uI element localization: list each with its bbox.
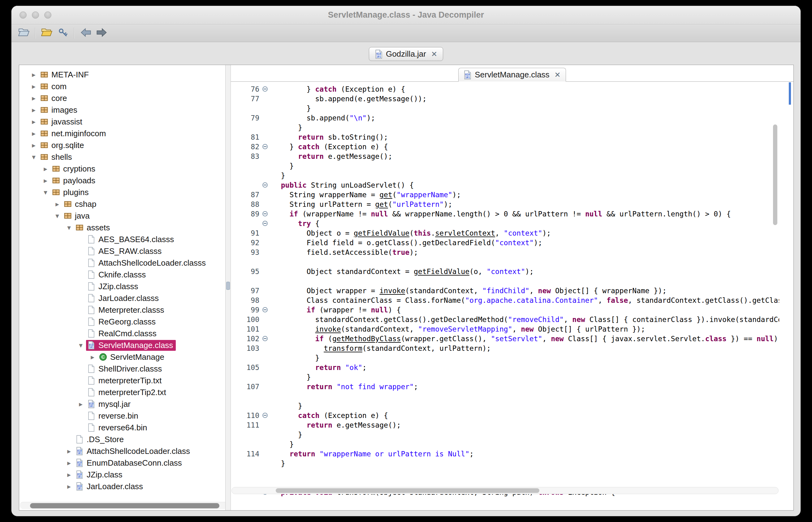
fold-collapse-icon[interactable] bbox=[263, 307, 268, 313]
expander-collapsed-icon[interactable]: ▸ bbox=[28, 82, 39, 91]
tree-item-servletmanage-class[interactable]: ▾010101ServletManage.class bbox=[19, 339, 225, 351]
code-text: } bbox=[270, 440, 294, 448]
tree-item-meta-inf[interactable]: ▸META-INF bbox=[19, 69, 225, 80]
tree-horizontal-scrollbar-thumb[interactable] bbox=[30, 503, 220, 508]
expander-collapsed-icon[interactable]: ▸ bbox=[28, 118, 39, 126]
tree-item-org-sqlite[interactable]: ▸org.sqlite bbox=[19, 139, 225, 151]
fold-collapse-icon[interactable] bbox=[263, 86, 268, 92]
expander-collapsed-icon[interactable]: ▸ bbox=[64, 470, 74, 479]
expander-collapsed-icon[interactable]: ▸ bbox=[28, 106, 39, 114]
tab-godzilla-jar[interactable]: 010101 Godzilla.jar ✕ bbox=[369, 47, 443, 61]
expander-collapsed-icon[interactable]: ▸ bbox=[40, 165, 51, 173]
code-horizontal-scrollbar-thumb[interactable] bbox=[276, 488, 539, 493]
back-icon-button[interactable] bbox=[78, 26, 94, 41]
expander-collapsed-icon[interactable]: ▸ bbox=[64, 447, 74, 456]
jar-tab-label: Godzilla.jar bbox=[386, 49, 426, 59]
tree-item-jarloader-class[interactable]: ▸010101JarLoader.class bbox=[19, 481, 225, 492]
tree-item-java[interactable]: ▾java bbox=[19, 210, 225, 222]
code-text: if (wrapper != null) { bbox=[270, 306, 401, 314]
expander-collapsed-icon[interactable]: ▸ bbox=[64, 482, 74, 491]
code-line: 93 field.setAccessible(true); bbox=[231, 247, 779, 257]
expander-expanded-icon[interactable]: ▾ bbox=[76, 341, 86, 349]
tree-item-cshap[interactable]: ▸cshap bbox=[19, 198, 225, 210]
tree-item-payloads[interactable]: ▸payloads bbox=[19, 175, 225, 186]
expander-collapsed-icon[interactable]: ▸ bbox=[28, 129, 39, 138]
code-horizontal-scrollbar[interactable] bbox=[231, 487, 778, 494]
fold-collapse-icon[interactable] bbox=[263, 182, 268, 188]
tree-item-javassist[interactable]: ▸javassist bbox=[19, 116, 225, 127]
tree-item-meterpretertip2-txt[interactable]: meterpreterTip2.txt bbox=[19, 386, 225, 398]
expander-collapsed-icon[interactable]: ▸ bbox=[76, 400, 86, 408]
code-text: public String unLoadServlet() { bbox=[270, 181, 414, 189]
fold-collapse-icon[interactable] bbox=[263, 413, 268, 418]
search-icon-button[interactable] bbox=[55, 26, 71, 41]
tree-item-reverse64-bin[interactable]: reverse64.bin bbox=[19, 422, 225, 434]
tree-item-enumdatabaseconn-class[interactable]: ▸010101EnumDatabaseConn.class bbox=[19, 457, 225, 469]
package-icon bbox=[52, 164, 60, 173]
tree-item-com[interactable]: ▸com bbox=[19, 80, 225, 92]
tree-item-attachshellcodeloader-class[interactable]: ▸010101AttachShellcodeLoader.class bbox=[19, 445, 225, 457]
tree-item-jarloader-classs[interactable]: JarLoader.classs bbox=[19, 292, 225, 304]
expander-collapsed-icon[interactable]: ▸ bbox=[28, 94, 39, 102]
tree-item-attachshellcodeloader-classs[interactable]: AttachShellcodeLoader.classs bbox=[19, 257, 225, 269]
forward-icon-button[interactable] bbox=[94, 26, 110, 41]
split-divider[interactable] bbox=[225, 65, 231, 510]
open-jar-icon-button[interactable] bbox=[39, 26, 55, 41]
expander-collapsed-icon[interactable]: ▸ bbox=[87, 353, 98, 361]
file-icon bbox=[87, 259, 96, 267]
expander-expanded-icon[interactable]: ▾ bbox=[64, 223, 74, 232]
scroll-position-marker bbox=[789, 82, 791, 105]
code-text: } bbox=[270, 162, 294, 170]
expander-collapsed-icon[interactable]: ▸ bbox=[52, 200, 63, 208]
expander-collapsed-icon[interactable]: ▸ bbox=[28, 71, 39, 79]
fold-collapse-icon[interactable] bbox=[263, 336, 268, 341]
tree-item-assets[interactable]: ▾assets bbox=[19, 222, 225, 234]
line-number: 77 bbox=[231, 95, 259, 103]
minimize-window-button[interactable] bbox=[32, 12, 39, 19]
expander-expanded-icon[interactable]: ▾ bbox=[28, 153, 39, 161]
tree-item-net-miginfocom[interactable]: ▸net.miginfocom bbox=[19, 127, 225, 139]
tree-item-jzip-class[interactable]: ▸010101JZip.class bbox=[19, 469, 225, 481]
fold-gutter bbox=[259, 413, 270, 418]
tree-item-servletmanage[interactable]: ▸CServletManage bbox=[19, 351, 225, 363]
expander-collapsed-icon[interactable]: ▸ bbox=[28, 141, 39, 149]
open-file-icon-button[interactable] bbox=[16, 26, 32, 41]
tree-item-aes-base64-classs[interactable]: AES_BASE64.classs bbox=[19, 234, 225, 245]
tree-item-jzip-classs[interactable]: JZip.classs bbox=[19, 281, 225, 292]
tree-item-regeorg-classs[interactable]: ReGeorg.classs bbox=[19, 316, 225, 327]
split-divider-handle[interactable] bbox=[226, 282, 230, 290]
close-window-button[interactable] bbox=[20, 12, 27, 19]
code-text: return sb.toString(); bbox=[270, 133, 388, 141]
tree-item-realcmd-classs[interactable]: RealCmd.classs bbox=[19, 327, 225, 339]
title-bar[interactable]: ServletManage.class - Java Decompiler bbox=[12, 6, 800, 24]
close-jar-tab-icon[interactable]: ✕ bbox=[431, 51, 437, 58]
expander-expanded-icon[interactable]: ▾ bbox=[40, 188, 51, 197]
fold-collapse-icon[interactable] bbox=[263, 221, 268, 226]
expander-collapsed-icon[interactable]: ▸ bbox=[64, 459, 74, 467]
tab-servletmanage-class[interactable]: 010101 ServletManage.class ✕ bbox=[458, 68, 566, 82]
tree-item-core[interactable]: ▸core bbox=[19, 92, 225, 104]
tree-item-shelldriver-classs[interactable]: ShellDriver.classs bbox=[19, 363, 225, 375]
expander-collapsed-icon[interactable]: ▸ bbox=[40, 177, 51, 185]
tree-item-meterpreter-classs[interactable]: Meterpreter.classs bbox=[19, 304, 225, 316]
tree-item-cknife-classs[interactable]: Cknife.classs bbox=[19, 269, 225, 281]
fold-collapse-icon[interactable] bbox=[263, 144, 268, 149]
expander-expanded-icon[interactable]: ▾ bbox=[52, 212, 63, 220]
fold-collapse-icon[interactable] bbox=[263, 211, 268, 216]
package-icon bbox=[40, 129, 48, 138]
tree-item-ds-store[interactable]: .DS_Store bbox=[19, 434, 225, 445]
line-number: 83 bbox=[231, 152, 259, 160]
tree-item-aes-raw-classs[interactable]: AES_RAW.classs bbox=[19, 245, 225, 257]
tree-item-plugins[interactable]: ▾plugins bbox=[19, 186, 225, 198]
tree-item-shells[interactable]: ▾shells bbox=[19, 151, 225, 163]
tree-item-images[interactable]: ▸images bbox=[19, 104, 225, 116]
tree-item-mysql-jar[interactable]: ▸010101mysql.jar bbox=[19, 398, 225, 410]
tree-item-cryptions[interactable]: ▸cryptions bbox=[19, 163, 225, 175]
tree-item-reverse-bin[interactable]: reverse.bin bbox=[19, 410, 225, 422]
close-code-tab-icon[interactable]: ✕ bbox=[555, 71, 561, 79]
code-vertical-scrollbar-thumb[interactable] bbox=[773, 124, 777, 225]
tree-item-meterpretertip-txt[interactable]: meterpreterTip.txt bbox=[19, 375, 225, 386]
zoom-window-button[interactable] bbox=[44, 12, 51, 19]
code-editor[interactable]: 76 } catch (Exception e) {77 sb.append(e… bbox=[231, 84, 779, 510]
file-icon bbox=[87, 364, 96, 373]
